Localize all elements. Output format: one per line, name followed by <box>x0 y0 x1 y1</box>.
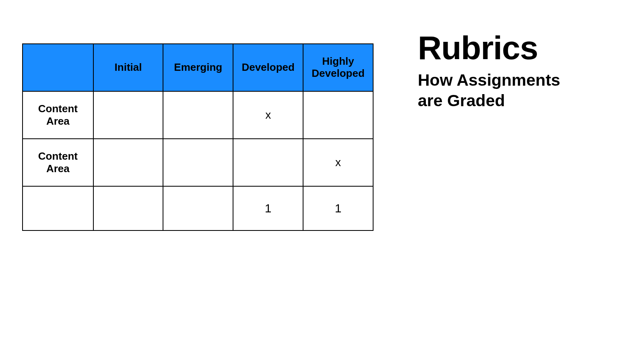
rubric-table: Initial Emerging Developed Highly Develo… <box>22 43 374 231</box>
row-label <box>23 186 93 230</box>
title-block: Rubrics How Assignments are Graded <box>418 31 627 111</box>
header-developed: Developed <box>233 44 303 91</box>
table-row: Content Area x <box>23 91 373 139</box>
cell-initial <box>93 91 163 139</box>
cell-developed: x <box>233 91 303 139</box>
header-emerging: Emerging <box>163 44 233 91</box>
total-emerging <box>163 186 233 230</box>
page-subtitle: How Assignments are Graded <box>418 70 627 111</box>
row-label: Content Area <box>23 139 93 186</box>
header-highly-line1: Highly <box>322 55 354 67</box>
header-blank <box>23 44 93 91</box>
subtitle-line1: How Assignments <box>418 71 560 89</box>
total-highly: 1 <box>303 186 373 230</box>
slide: Initial Emerging Developed Highly Develo… <box>0 0 644 362</box>
subtitle-line2: are Graded <box>418 91 505 110</box>
total-developed: 1 <box>233 186 303 230</box>
page-title: Rubrics <box>418 31 627 64</box>
table-row: Content Area x <box>23 139 373 186</box>
header-initial: Initial <box>93 44 163 91</box>
table-header-row: Initial Emerging Developed Highly Develo… <box>23 44 373 91</box>
cell-developed <box>233 139 303 186</box>
cell-emerging <box>163 139 233 186</box>
header-highly-line2: Developed <box>312 67 365 79</box>
total-initial <box>93 186 163 230</box>
row-label: Content Area <box>23 91 93 139</box>
cell-highly <box>303 91 373 139</box>
cell-highly: x <box>303 139 373 186</box>
header-highly-developed: Highly Developed <box>303 44 373 91</box>
table-row-totals: 1 1 <box>23 186 373 230</box>
cell-emerging <box>163 91 233 139</box>
cell-initial <box>93 139 163 186</box>
